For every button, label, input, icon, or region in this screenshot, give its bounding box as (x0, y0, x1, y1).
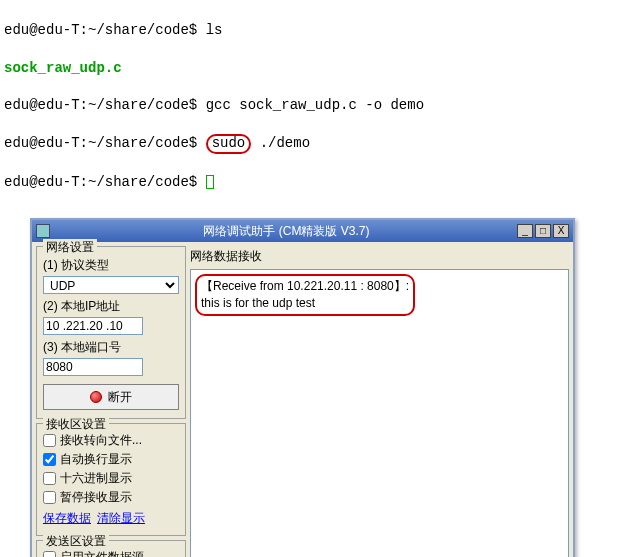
checkbox-label: 暂停接收显示 (60, 489, 132, 506)
checkbox[interactable] (43, 551, 56, 557)
record-icon (90, 391, 102, 403)
app-icon (36, 224, 50, 238)
sidebar: 网络设置 (1) 协议类型 UDP (2) 本地IP地址 (3) 本地端口号 断… (36, 246, 186, 557)
recv-area-label: 网络数据接收 (190, 246, 569, 267)
recv-opt-1[interactable]: 自动换行显示 (43, 451, 179, 468)
term-line-4: edu@edu-T:~/share/code$ sudo ./demo (4, 134, 636, 153)
group-legend: 网络设置 (43, 239, 97, 256)
prompt: edu@edu-T:~/share/code$ (4, 97, 206, 113)
checkbox[interactable] (43, 472, 56, 485)
recv-line-1: 【Receive from 10.221.20.11 : 8080】: (201, 279, 409, 293)
term-line-3: edu@edu-T:~/share/code$ gcc sock_raw_udp… (4, 96, 636, 115)
checkbox[interactable] (43, 434, 56, 447)
prompt: edu@edu-T:~/share/code$ (4, 22, 206, 38)
recv-opt-0[interactable]: 接收转向文件... (43, 432, 179, 449)
sudo-highlight: sudo (206, 134, 252, 153)
network-settings-group: 网络设置 (1) 协议类型 UDP (2) 本地IP地址 (3) 本地端口号 断… (36, 246, 186, 419)
checkbox-label: 接收转向文件... (60, 432, 142, 449)
recv-opt-3[interactable]: 暂停接收显示 (43, 489, 179, 506)
cmd: ls (206, 22, 223, 38)
clear-display-link[interactable]: 清除显示 (97, 510, 145, 527)
local-port-label: (3) 本地端口号 (43, 339, 179, 356)
disconnect-label: 断开 (108, 389, 132, 406)
main-area: 网络数据接收 【Receive from 10.221.20.11 : 8080… (190, 246, 569, 557)
cursor-icon (206, 175, 214, 189)
window-title: 网络调试助手 (CM精装版 V3.7) (56, 223, 517, 240)
local-ip-label: (2) 本地IP地址 (43, 298, 179, 315)
cmd-rest: ./demo (251, 135, 310, 151)
group-legend: 发送区设置 (43, 533, 109, 550)
checkbox-label: 自动换行显示 (60, 451, 132, 468)
app-window: 网络调试助手 (CM精装版 V3.7) _ □ X 网络设置 (1) 协议类型 … (30, 218, 575, 557)
close-button[interactable]: X (553, 224, 569, 238)
save-data-link[interactable]: 保存数据 (43, 510, 91, 527)
recv-settings-group: 接收区设置 接收转向文件... 自动换行显示 十六进制显示 暂停接收显示 保存数… (36, 423, 186, 536)
checkbox[interactable] (43, 491, 56, 504)
prompt: edu@edu-T:~/share/code$ (4, 135, 206, 151)
group-legend: 接收区设置 (43, 416, 109, 433)
local-ip-input[interactable] (43, 317, 143, 335)
term-line-2: sock_raw_udp.c (4, 59, 636, 78)
term-line-1: edu@edu-T:~/share/code$ ls (4, 21, 636, 40)
recv-highlight: 【Receive from 10.221.20.11 : 8080】: this… (195, 274, 415, 316)
checkbox-label: 启用文件数据源 (60, 549, 144, 557)
window-buttons: _ □ X (517, 224, 569, 238)
cmd: gcc sock_raw_udp.c -o demo (206, 97, 424, 113)
protocol-select[interactable]: UDP (43, 276, 179, 294)
checkbox-label: 十六进制显示 (60, 470, 132, 487)
app-body: 网络设置 (1) 协议类型 UDP (2) 本地IP地址 (3) 本地端口号 断… (32, 242, 573, 557)
term-line-5: edu@edu-T:~/share/code$ (4, 173, 636, 192)
titlebar[interactable]: 网络调试助手 (CM精装版 V3.7) _ □ X (32, 220, 573, 242)
minimize-button[interactable]: _ (517, 224, 533, 238)
prompt: edu@edu-T:~/share/code$ (4, 174, 206, 190)
recv-line-2: this is for the udp test (201, 296, 315, 310)
protocol-label: (1) 协议类型 (43, 257, 179, 274)
file-listing: sock_raw_udp.c (4, 60, 122, 76)
maximize-button[interactable]: □ (535, 224, 551, 238)
terminal: edu@edu-T:~/share/code$ ls sock_raw_udp.… (0, 0, 640, 212)
checkbox[interactable] (43, 453, 56, 466)
send-settings-group: 发送区设置 启用文件数据源 自动发送附加位 发送完自动清空 按十六进制发送 数据… (36, 540, 186, 557)
send-opt-0[interactable]: 启用文件数据源 (43, 549, 179, 557)
disconnect-button[interactable]: 断开 (43, 384, 179, 410)
recv-links: 保存数据 清除显示 (43, 510, 179, 527)
recv-textarea[interactable]: 【Receive from 10.221.20.11 : 8080】: this… (190, 269, 569, 557)
recv-opt-2[interactable]: 十六进制显示 (43, 470, 179, 487)
local-port-input[interactable] (43, 358, 143, 376)
